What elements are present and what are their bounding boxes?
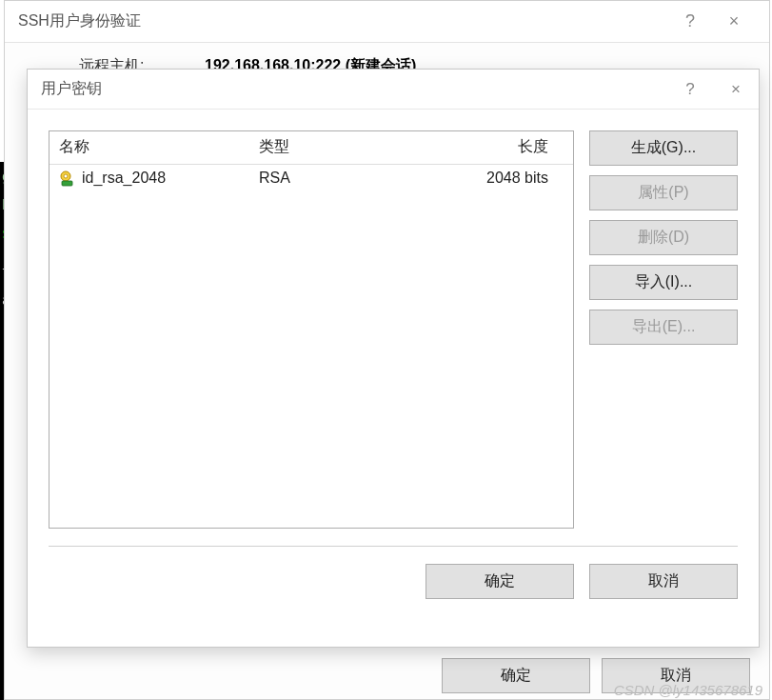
delete-button[interactable]: 删除(D) — [589, 220, 738, 255]
col-length-header[interactable]: 长度 — [392, 131, 573, 164]
key-icon — [59, 170, 76, 187]
close-icon[interactable]: × — [712, 1, 756, 43]
user-key-titlebar: 用户密钥 ? × — [28, 70, 759, 110]
generate-button[interactable]: 生成(G)... — [589, 130, 738, 166]
svg-rect-2 — [62, 181, 72, 186]
col-name-header[interactable]: 名称 — [49, 131, 249, 164]
cancel-button[interactable]: 取消 — [589, 564, 738, 599]
import-button[interactable]: 导入(I)... — [589, 265, 738, 300]
table-row[interactable]: id_rsa_2048 RSA 2048 bits — [49, 165, 573, 191]
col-type-header[interactable]: 类型 — [249, 131, 392, 164]
help-icon[interactable]: ? — [668, 1, 712, 43]
close-icon[interactable]: × — [713, 70, 759, 110]
help-icon[interactable]: ? — [667, 70, 713, 110]
svg-point-1 — [64, 174, 68, 178]
key-list[interactable]: 名称 类型 长度 id_rsa_2048 RSA 2048 bit — [49, 130, 574, 529]
ok-button[interactable]: 确定 — [426, 564, 574, 599]
ssh-auth-title: SSH用户身份验证 — [18, 11, 141, 31]
export-button[interactable]: 导出(E)... — [589, 310, 738, 345]
key-length: 2048 bits — [392, 165, 573, 191]
side-button-column: 生成(G)... 属性(P) 删除(D) 导入(I)... 导出(E)... — [589, 130, 738, 529]
key-name: id_rsa_2048 — [82, 170, 166, 187]
properties-button[interactable]: 属性(P) — [589, 175, 738, 210]
user-key-title: 用户密钥 — [41, 79, 102, 99]
key-list-header: 名称 类型 长度 — [49, 131, 573, 165]
key-type: RSA — [249, 165, 392, 191]
watermark: CSDN @ly1435678619 — [614, 682, 762, 698]
ssh-auth-titlebar: SSH用户身份验证 ? × — [5, 1, 769, 43]
parent-ok-button[interactable]: 确定 — [442, 658, 590, 693]
user-key-dialog: 用户密钥 ? × 名称 类型 长度 — [27, 69, 760, 648]
